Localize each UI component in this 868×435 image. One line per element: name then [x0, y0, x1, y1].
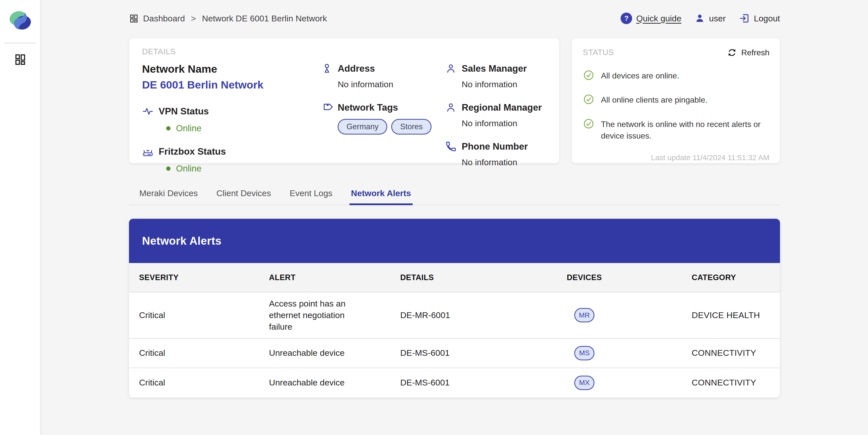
details-column-network: Network Name DE 6001 Berlin Network VPN … — [142, 63, 321, 186]
network-tag: Stores — [391, 119, 432, 134]
details-section-label: DETAILS — [142, 47, 546, 56]
status-item: The network is online with no recent ale… — [583, 117, 769, 142]
fritzbox-status-item: Fritzbox Status Online — [142, 146, 321, 174]
network-alerts-panel: Network Alerts SEVERITY ALERT DETAILS DE… — [129, 219, 780, 398]
details-grid: Network Name DE 6001 Berlin Network VPN … — [142, 63, 546, 186]
main-content: Dashboard > Network DE 6001 Berlin Netwo… — [40, 0, 868, 398]
panel-title: Network Alerts — [142, 235, 221, 247]
network-alerts-panel-header: Network Alerts — [129, 219, 780, 263]
refresh-label: Refresh — [741, 48, 769, 57]
status-item: All online clients are pingable. — [583, 93, 769, 105]
network-tags-label: Network Tags — [338, 102, 398, 113]
sidebar-divider — [4, 43, 36, 43]
details-column-contacts: Sales Manager No information Regional Ma… — [445, 63, 546, 186]
network-tags-list: Germany Stores — [338, 119, 445, 134]
column-header-alert: ALERT — [269, 273, 400, 282]
check-circle-icon — [583, 94, 594, 105]
breadcrumb-dashboard-link[interactable]: Dashboard — [143, 13, 185, 23]
topbar-actions: ? Quick guide user Logout — [621, 12, 780, 24]
device-badge: MR — [574, 308, 594, 322]
check-circle-icon — [583, 69, 594, 81]
details-cell: DE-MS-6001 — [400, 347, 567, 359]
tab-event-logs[interactable]: Event Logs — [288, 188, 334, 205]
column-header-category: CATEGORY — [692, 273, 770, 282]
refresh-icon — [727, 47, 737, 58]
phone-number-value: No information — [462, 157, 546, 167]
sales-manager-value: No information — [462, 80, 546, 89]
tab-meraki-devices[interactable]: Meraki Devices — [138, 188, 199, 205]
sidebar-item-dashboard[interactable] — [12, 52, 28, 67]
category-cell: CONNECTIVITY — [692, 377, 770, 389]
quick-guide-button[interactable]: ? Quick guide — [621, 12, 681, 24]
details-cell: DE-MS-6001 — [400, 377, 567, 389]
device-badge: MX — [574, 376, 594, 390]
details-cell: DE-MR-6001 — [400, 310, 567, 321]
device-badge: MS — [574, 346, 594, 360]
location-pin-icon — [321, 63, 333, 74]
status-item-text: All online clients are pingable. — [601, 93, 707, 105]
regional-manager-label: Regional Manager — [462, 102, 542, 113]
alert-cell: Unreachable device — [269, 377, 370, 389]
tab-network-alerts[interactable]: Network Alerts — [349, 188, 413, 205]
network-tag: Germany — [338, 119, 387, 134]
fritzbox-status-value: Online — [176, 163, 202, 174]
refresh-button[interactable]: Refresh — [727, 47, 769, 58]
network-name-label: Network Name — [142, 63, 321, 75]
vpn-status-item: VPN Status Online — [142, 105, 321, 133]
status-item: All devices are online. — [583, 69, 769, 82]
status-list: All devices are online. All online clien… — [583, 69, 769, 153]
details-card: DETAILS Network Name DE 6001 Berlin Netw… — [129, 38, 559, 163]
online-dot — [166, 166, 170, 171]
router-icon — [142, 146, 154, 157]
last-update-timestamp: Last update 11/4/2024 11:51:32 AM — [583, 153, 769, 162]
logout-button[interactable]: Logout — [739, 13, 780, 24]
address-label: Address — [338, 63, 375, 74]
column-header-details: DETAILS — [400, 273, 567, 282]
alerts-table-header: SEVERITY ALERT DETAILS DEVICES CATEGORY — [129, 263, 780, 292]
logout-label: Logout — [754, 13, 780, 23]
phone-icon — [445, 141, 457, 152]
status-item-text: The network is online with no recent ale… — [601, 117, 769, 142]
breadcrumb-current-page: Network DE 6001 Berlin Network — [202, 13, 327, 23]
regional-manager-item: Regional Manager No information — [445, 102, 546, 128]
user-icon — [694, 13, 705, 24]
topbar: Dashboard > Network DE 6001 Berlin Netwo… — [129, 0, 780, 24]
network-tags-item: Network Tags Germany Stores — [321, 102, 445, 134]
status-section-label: STATUS — [583, 48, 614, 57]
fritzbox-status-label: Fritzbox Status — [159, 146, 226, 157]
column-header-devices: DEVICES — [567, 273, 692, 282]
person-icon — [445, 63, 457, 74]
category-cell: DEVICE HEALTH — [692, 310, 770, 321]
status-card: STATUS Refresh All devices ar — [572, 38, 780, 163]
category-cell: CONNECTIVITY — [692, 347, 770, 359]
user-menu[interactable]: user — [694, 13, 726, 24]
sales-manager-item: Sales Manager No information — [445, 63, 546, 89]
table-row: Critical Unreachable device DE-MS-6001 M… — [129, 339, 780, 368]
alert-cell: Access point has an ethernet negotiation… — [269, 298, 370, 333]
tab-bar: Meraki Devices Client Devices Event Logs… — [129, 188, 780, 205]
severity-cell: Critical — [139, 310, 269, 321]
alert-cell: Unreachable device — [269, 347, 370, 359]
breadcrumb: Dashboard > Network DE 6001 Berlin Netwo… — [129, 13, 327, 23]
cards-row: DETAILS Network Name DE 6001 Berlin Netw… — [129, 38, 780, 163]
phone-number-item: Phone Number No information — [445, 141, 546, 167]
user-label: user — [709, 13, 726, 23]
dashboard-grid-icon — [14, 53, 26, 66]
person-icon — [445, 102, 457, 114]
table-row: Critical Access point has an ethernet ne… — [129, 292, 780, 339]
app-logo[interactable] — [8, 9, 32, 32]
severity-cell: Critical — [139, 377, 269, 389]
logout-icon — [739, 13, 750, 24]
online-dot — [166, 126, 170, 130]
address-item: Address No information — [321, 63, 445, 89]
severity-cell: Critical — [139, 347, 269, 359]
vpn-status-label: VPN Status — [159, 106, 209, 117]
tab-client-devices[interactable]: Client Devices — [215, 188, 272, 205]
breadcrumb-separator: > — [191, 13, 196, 23]
dashboard-grid-icon — [129, 13, 138, 23]
pulse-icon — [142, 105, 154, 117]
column-header-severity: SEVERITY — [139, 273, 269, 282]
quick-guide-label: Quick guide — [636, 13, 681, 23]
status-item-text: All devices are online. — [601, 69, 679, 82]
table-row: Critical Unreachable device DE-MS-6001 M… — [129, 368, 780, 398]
